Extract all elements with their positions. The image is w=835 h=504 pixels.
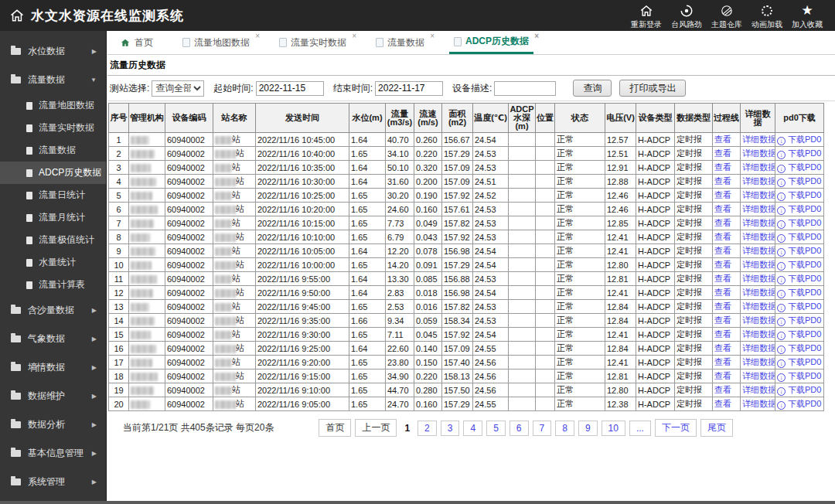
pd0-download-link[interactable]: 下载PD0: [777, 218, 821, 227]
pd0-download-link[interactable]: 下载PD0: [777, 162, 821, 172]
sidebar-item-8[interactable]: 系统管理: [0, 468, 106, 496]
sidebar-subitem-1-1[interactable]: 流量实时数据: [0, 117, 106, 139]
detail-data-link[interactable]: 详细数据: [742, 232, 775, 241]
page-number-button-2[interactable]: 2: [418, 421, 437, 436]
detail-data-link[interactable]: 详细数据: [742, 190, 775, 199]
tab-2[interactable]: 流量实时数据: [274, 31, 351, 54]
process-view-link[interactable]: 查看: [714, 343, 731, 352]
sidebar-item-5[interactable]: 数据维护: [0, 382, 106, 410]
pd0-download-link[interactable]: 下载PD0: [777, 329, 821, 339]
detail-data-link[interactable]: 详细数据: [742, 357, 775, 366]
pd0-download-link[interactable]: 下载PD0: [777, 176, 821, 186]
detail-data-link[interactable]: 详细数据: [742, 385, 775, 394]
process-view-link[interactable]: 查看: [714, 301, 731, 311]
tab-4[interactable]: ADCP历史数据: [449, 31, 533, 54]
pd0-download-link[interactable]: 下载PD0: [777, 315, 821, 325]
start-time-input[interactable]: [256, 81, 324, 96]
detail-data-link[interactable]: 详细数据: [742, 260, 775, 269]
sidebar-subitem-1-2[interactable]: 流量数据: [0, 139, 106, 162]
page-number-button-10[interactable]: 10: [602, 421, 625, 436]
pd0-download-link[interactable]: 下载PD0: [777, 301, 821, 311]
detail-data-link[interactable]: 详细数据: [742, 399, 775, 408]
detail-data-link[interactable]: 详细数据: [742, 371, 775, 380]
process-view-link[interactable]: 查看: [714, 218, 731, 227]
page-number-button-9[interactable]: 9: [578, 421, 598, 436]
detail-data-link[interactable]: 详细数据: [742, 274, 775, 283]
sidebar-item-7[interactable]: 基本信息管理: [0, 439, 106, 468]
detail-data-link[interactable]: 详细数据: [742, 204, 775, 213]
sidebar-subitem-1-4[interactable]: 流量日统计: [0, 184, 106, 206]
pd0-download-link[interactable]: 下载PD0: [777, 204, 821, 213]
sidebar-subitem-1-0[interactable]: 流量地图数据: [0, 94, 106, 117]
sidebar-item-6[interactable]: 数据分析: [0, 410, 106, 439]
sidebar-subitem-1-7[interactable]: 水量统计: [0, 251, 106, 274]
pd0-download-link[interactable]: 下载PD0: [777, 371, 821, 380]
print-export-button[interactable]: 打印或导出: [619, 80, 686, 97]
station-select[interactable]: 查询全部: [152, 80, 204, 97]
process-view-link[interactable]: 查看: [714, 371, 731, 380]
detail-data-link[interactable]: 详细数据: [742, 301, 775, 311]
page-next-button[interactable]: 下一页: [655, 419, 697, 437]
pd0-download-link[interactable]: 下载PD0: [777, 274, 821, 283]
detail-data-link[interactable]: 详细数据: [742, 246, 775, 255]
process-view-link[interactable]: 查看: [714, 135, 731, 144]
process-view-link[interactable]: 查看: [714, 274, 731, 283]
topbar-action-0[interactable]: 重新登录: [626, 1, 666, 30]
end-time-input[interactable]: [375, 81, 443, 96]
process-view-link[interactable]: 查看: [714, 260, 731, 269]
detail-data-link[interactable]: 详细数据: [742, 315, 775, 325]
sidebar-item-1[interactable]: 流量数据: [0, 66, 106, 94]
pd0-download-link[interactable]: 下载PD0: [777, 135, 821, 144]
pd0-download-link[interactable]: 下载PD0: [777, 190, 821, 199]
topbar-action-4[interactable]: ★加入收藏: [787, 1, 827, 30]
detail-data-link[interactable]: 详细数据: [742, 176, 775, 186]
pd0-download-link[interactable]: 下载PD0: [777, 232, 821, 241]
process-view-link[interactable]: 查看: [714, 288, 731, 297]
process-view-link[interactable]: 查看: [714, 232, 731, 241]
process-view-link[interactable]: 查看: [714, 148, 731, 158]
pd0-download-link[interactable]: 下载PD0: [777, 343, 821, 352]
topbar-action-2[interactable]: 主题仓库: [707, 1, 747, 30]
process-view-link[interactable]: 查看: [714, 204, 731, 213]
process-view-link[interactable]: 查看: [714, 329, 731, 339]
process-view-link[interactable]: 查看: [714, 176, 731, 186]
detail-data-link[interactable]: 详细数据: [742, 329, 775, 339]
sidebar-subitem-1-8[interactable]: 流量计算表: [0, 274, 106, 296]
sidebar-item-0[interactable]: 水位数据: [0, 37, 106, 66]
detail-data-link[interactable]: 详细数据: [742, 288, 775, 297]
tab-close-icon[interactable]: [255, 32, 260, 40]
process-view-link[interactable]: 查看: [714, 190, 731, 199]
pd0-download-link[interactable]: 下载PD0: [777, 288, 821, 297]
page-number-button-5[interactable]: 5: [486, 421, 506, 436]
tab-close-icon[interactable]: [430, 32, 435, 40]
tab-3[interactable]: 流量数据: [371, 31, 429, 54]
tab-1[interactable]: 流量地图数据: [178, 31, 254, 54]
page-number-button-6[interactable]: 6: [510, 421, 529, 436]
device-desc-input[interactable]: [494, 81, 556, 96]
pd0-download-link[interactable]: 下载PD0: [777, 148, 821, 158]
page-first-button[interactable]: 首页: [319, 419, 351, 437]
page-number-button-7[interactable]: 7: [533, 421, 552, 436]
detail-data-link[interactable]: 详细数据: [742, 148, 775, 158]
page-prev-button[interactable]: 上一页: [355, 419, 397, 437]
detail-data-link[interactable]: 详细数据: [742, 135, 775, 144]
detail-data-link[interactable]: 详细数据: [742, 162, 775, 172]
process-view-link[interactable]: 查看: [714, 357, 731, 366]
process-view-link[interactable]: 查看: [714, 385, 731, 394]
sidebar-subitem-1-6[interactable]: 流量极值统计: [0, 229, 106, 251]
sidebar-subitem-1-5[interactable]: 流量月统计: [0, 206, 106, 229]
page-number-button-4[interactable]: 4: [463, 421, 482, 436]
sidebar-item-2[interactable]: 含沙量数据: [0, 296, 106, 325]
pd0-download-link[interactable]: 下载PD0: [777, 357, 821, 366]
process-view-link[interactable]: 查看: [714, 162, 731, 172]
sidebar-item-3[interactable]: 气象数据: [0, 325, 106, 353]
process-view-link[interactable]: 查看: [714, 399, 731, 408]
topbar-action-3[interactable]: 动画加载: [747, 1, 787, 30]
process-view-link[interactable]: 查看: [714, 246, 731, 255]
pd0-download-link[interactable]: 下载PD0: [777, 260, 821, 269]
page-number-button-8[interactable]: 8: [555, 421, 574, 436]
pd0-download-link[interactable]: 下载PD0: [777, 246, 821, 255]
sidebar-item-4[interactable]: 墒情数据: [0, 353, 106, 382]
page-number-button-3[interactable]: 3: [441, 421, 460, 436]
detail-data-link[interactable]: 详细数据: [742, 343, 775, 352]
